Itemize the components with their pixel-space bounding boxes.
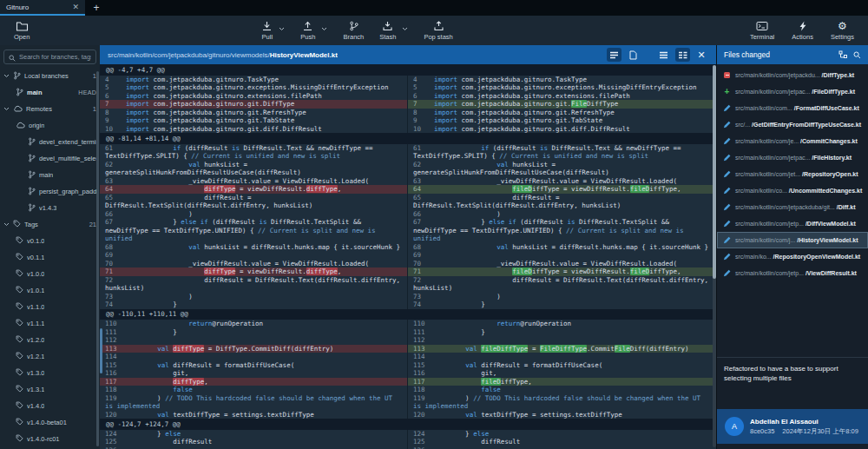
tree-item-v1.2.1[interactable]: v1.2.1 xyxy=(0,348,100,365)
stash-button[interactable]: Stash xyxy=(374,19,401,43)
commit-author-card[interactable]: A Abdellah El Aissaoui 8ce0c35 2024年12月3… xyxy=(717,409,868,444)
tree-item-v1.2.0[interactable]: v1.2.0 xyxy=(0,332,100,348)
stash-label: Stash xyxy=(379,33,396,41)
branch-icon xyxy=(13,71,21,82)
cloud-icon xyxy=(16,122,25,130)
tree-item-v1.4.0-beta01[interactable]: v1.4.0-beta01 xyxy=(0,414,100,431)
tree-item-v1.1.0[interactable]: v1.1.0 xyxy=(0,299,100,315)
file-row-filedifftype.kt[interactable]: +src/main/kotlin/com/jetpac... /FileDiff… xyxy=(717,83,868,100)
diff-row: 117 diffType,117 fileDiffType, xyxy=(100,378,716,386)
diff-row: 65 diffResult = DiffResult.TextSplit(dif… xyxy=(100,194,716,210)
push-dropdown-chevron-icon[interactable] xyxy=(321,19,327,35)
tab-gitnuro[interactable]: Gitnuro ✕ xyxy=(0,0,85,16)
terminal-label: Terminal xyxy=(750,33,774,41)
file-row-diff.kt[interactable]: src/main/kotlin/com/jetpackduba/git... /… xyxy=(717,199,868,215)
tree-item-persist_graph_paddin[interactable]: persist_graph_paddin xyxy=(0,183,100,200)
files-search-icon[interactable] xyxy=(853,47,861,63)
tree-item-v0.1.0[interactable]: v0.1.0 xyxy=(0,233,100,249)
branch-icon xyxy=(348,21,359,31)
file-row-historyviewmodel.kt[interactable]: src/main/kotlin/com/j... /HistoryViewMod… xyxy=(717,232,868,248)
commit-message: Refactored to have a base to support sel… xyxy=(717,357,868,409)
gear-icon: ⚙ xyxy=(838,21,847,31)
toolbar: Open Pull Push Branch xyxy=(0,16,868,45)
file-row-filehistory.kt[interactable]: src/main/kotlin/com/jetpac... /FileHisto… xyxy=(717,149,868,166)
actions-button[interactable]: Actions xyxy=(786,19,819,43)
lightning-icon xyxy=(799,21,807,31)
diff-row: 73 )73 ) xyxy=(100,293,716,301)
modified-file-icon xyxy=(723,220,731,228)
tag-icon xyxy=(16,269,23,279)
terminal-button[interactable]: Terminal xyxy=(745,19,779,43)
tag-icon xyxy=(16,319,23,328)
tree-item-origin[interactable]: origin xyxy=(0,117,100,134)
branch-icon xyxy=(28,137,36,148)
tree-item-main[interactable]: main xyxy=(0,167,100,183)
diff-body: @@ -4,7 +4,7 @@4import com.jetpackduba.g… xyxy=(100,64,716,449)
tree-item-v1.0.1[interactable]: v1.0.1 xyxy=(0,282,100,299)
files-changed-title: Files changed xyxy=(724,50,833,59)
tree-item-v1.3.0[interactable]: v1.3.0 xyxy=(0,365,100,381)
tree-item-v1.1.1[interactable]: v1.1.1 xyxy=(0,315,100,332)
push-button[interactable]: Push xyxy=(295,19,320,43)
diff-row: 114114 xyxy=(100,353,716,361)
tree-view-icon[interactable] xyxy=(838,47,848,63)
open-repository-button[interactable]: Open xyxy=(9,19,35,43)
diff-row: 118 false118 false xyxy=(100,386,716,394)
tab-close-icon[interactable]: ✕ xyxy=(72,3,79,11)
changed-files-list: src/main/kotlin/com/jetpackdu... /DiffTy… xyxy=(717,64,868,357)
settings-button[interactable]: ⚙ Settings xyxy=(825,19,859,43)
tree-section-remotes[interactable]: Remotes1 xyxy=(0,101,100,117)
tree-item-v0.1.1[interactable]: v0.1.1 xyxy=(0,249,100,266)
file-row-viewdiffresult.kt[interactable]: src/main/kotlin/com/jetp... /ViewDiffRes… xyxy=(717,265,868,281)
stash-icon xyxy=(382,21,393,31)
modified-file-icon xyxy=(723,253,731,261)
file-row-formatdiffusecase.kt[interactable]: src/main/kotlin/com... /FormatDiffUseCas… xyxy=(717,100,868,116)
commit-date: 2024年12月30日 上午8:09 xyxy=(782,427,858,436)
file-row-commitchanges.kt[interactable]: src/main/kotlin/com/je... /CommitChanges… xyxy=(717,133,868,149)
file-view-button[interactable] xyxy=(626,48,641,62)
diff-row: 111 }111 } xyxy=(100,328,716,337)
tree-item-v1.3.1[interactable]: v1.3.1 xyxy=(0,381,100,398)
tree-item-v1.4.3[interactable]: v1.4.3 xyxy=(0,200,100,216)
split-view-button[interactable] xyxy=(675,48,690,62)
hunk-header: @@ -4,7 +4,7 @@ xyxy=(100,64,716,76)
tree-item-v1.4.0[interactable]: v1.4.0 xyxy=(0,398,100,414)
text-diff-view-button[interactable] xyxy=(607,48,621,62)
removed-file-icon xyxy=(723,72,731,78)
file-row-diffviewmodel.kt[interactable]: src/main/kotlin/com/jetp... /DiffViewMod… xyxy=(717,215,868,232)
unified-view-button[interactable] xyxy=(656,48,671,62)
chevron-down-icon xyxy=(3,221,10,228)
tree-item-v1.0.0[interactable]: v1.0.0 xyxy=(0,266,100,282)
close-diff-icon[interactable]: ✕ xyxy=(694,50,708,61)
tree-section-tags[interactable]: Tags21 xyxy=(0,216,100,233)
pull-dropdown-chevron-icon[interactable] xyxy=(279,19,285,35)
app-window: Gitnuro ✕ + Open Pull Push xyxy=(0,0,868,449)
pull-button[interactable]: Pull xyxy=(256,19,278,43)
pop-stash-button[interactable]: Pop stash xyxy=(418,19,457,43)
tree-item-v1.4.0-rc01[interactable]: v1.4.0-rc01 xyxy=(0,431,100,447)
branch-search-input[interactable]: Search for branches, tags ... xyxy=(3,50,96,64)
sidebar-scrollbar[interactable] xyxy=(96,71,99,446)
file-row-repositoryopen.kt[interactable]: src/main/kotlin/com/jet... /RepositoryOp… xyxy=(717,166,868,182)
modified-file-icon xyxy=(723,104,731,112)
branch-button[interactable]: Branch xyxy=(338,19,369,43)
tree-item-main[interactable]: mainHEAD xyxy=(0,84,100,101)
commit-hash: 8ce0c35 xyxy=(750,427,774,436)
tree-item-devel_multifile_select[interactable]: devel_multifile_select xyxy=(0,150,100,167)
file-row-uncommittedchanges.kt[interactable]: src/main/kotlin/co... /UncommittedChange… xyxy=(717,182,868,199)
diff-scrollbar[interactable] xyxy=(713,65,716,447)
files-changed-panel: Files changed src/main/kotlin/com/jetpac… xyxy=(716,45,868,449)
stash-dropdown-chevron-icon[interactable] xyxy=(402,19,408,35)
file-row-difftype.kt[interactable]: src/main/kotlin/com/jetpackdu... /DiffTy… xyxy=(717,67,868,83)
file-row-repositoryopenviewmodel.kt[interactable]: src/main/ko... /RepositoryOpenViewModel.… xyxy=(717,248,868,265)
tree-section-local-branches[interactable]: Local branches1 xyxy=(0,68,100,84)
new-tab-button[interactable]: + xyxy=(85,0,108,16)
file-row-getdiffentryfromdifftypeusecase.kt[interactable]: src/... /GetDiffEntryFromDiffTypeUseCase… xyxy=(717,116,868,133)
modified-file-icon xyxy=(723,236,731,244)
diff-left-scrollbar-thumb[interactable] xyxy=(100,328,102,373)
diff-row: 112112 xyxy=(100,336,716,345)
tag-icon xyxy=(16,286,23,295)
diff-row: 126126 xyxy=(100,446,716,449)
tree-item-devel_extend_termina[interactable]: devel_extend_termina xyxy=(0,134,100,150)
modified-file-icon xyxy=(723,203,731,211)
